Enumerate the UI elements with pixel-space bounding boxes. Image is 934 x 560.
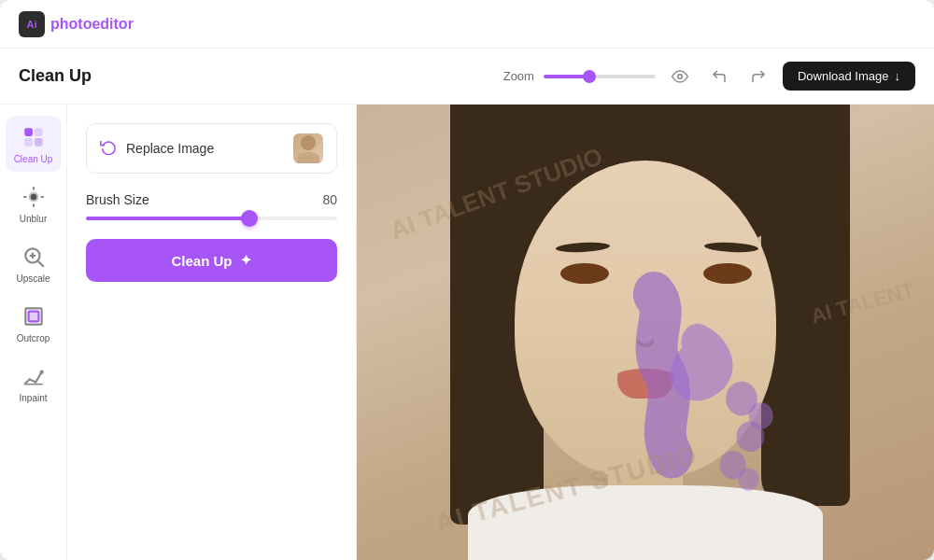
svg-rect-3 [24,138,33,147]
sidebar-item-outcrop[interactable]: Outcrop [6,295,62,351]
brush-header: Brush Size 80 [86,192,337,207]
image-thumbnail [293,133,323,163]
canvas-header-section: Zoom Download Im [308,62,915,91]
outcrop-icon [21,303,47,329]
brush-section: Brush Size 80 [86,192,337,220]
cleanup-button[interactable]: Clean Up ✦ [86,239,337,282]
brush-slider-track[interactable] [86,217,337,220]
cleanup-icon [21,124,47,150]
svg-point-0 [678,74,683,78]
eye-left [560,263,609,284]
canvas-area: AI TALENT STUDIO AI TALENT STUDIO AI TAL… [357,105,934,560]
header: Ai photoeditor [0,0,934,49]
replace-image-button[interactable]: Replace Image [86,123,337,174]
brush-size-value: 80 [322,192,337,207]
panel-header-section: Clean Up [19,66,308,86]
sidebar-item-cleanup[interactable]: Clean Up [6,116,62,172]
brush-slider-fill [86,217,249,220]
svg-rect-16 [28,311,38,321]
svg-point-17 [39,370,43,373]
replace-icon [100,138,117,159]
svg-point-6 [30,193,36,200]
redo-button[interactable] [743,62,773,91]
shoulders [468,485,823,560]
svg-rect-4 [35,138,43,147]
brush-size-label: Brush Size [86,192,149,207]
eye-right [703,263,752,284]
unblur-icon [21,184,47,210]
brush-slider-thumb[interactable] [241,210,258,227]
top-bar: Clean Up Zoom [0,49,934,105]
panel: Replace Image Brush Size 80 Clean Up [67,105,357,560]
sidebar-label-outcrop: Outcrop [17,333,50,343]
panel-content: Replace Image Brush Size 80 Clean Up [67,105,356,560]
sidebar-item-unblur[interactable]: Unblur [6,175,62,231]
replace-image-label: Replace Image [126,141,214,156]
inpaint-icon [21,363,47,389]
sidebar-label-unblur: Unblur [20,214,47,224]
face-image: AI TALENT STUDIO AI TALENT STUDIO AI TAL… [357,105,934,560]
zoom-slider[interactable] [544,75,656,78]
panel-title: Clean Up [19,66,92,85]
svg-rect-1 [24,128,33,136]
upscale-icon [21,244,47,270]
sidebar-item-upscale[interactable]: Upscale [6,235,62,291]
sidebar-label-upscale: Upscale [16,273,50,284]
eye-button[interactable] [665,62,695,91]
logo: Ai photoeditor [19,11,134,37]
zoom-label: Zoom [503,69,534,83]
logo-icon: Ai [19,11,45,37]
svg-rect-2 [35,128,43,136]
sidebar-item-inpaint[interactable]: Inpaint [6,355,62,411]
svg-line-12 [37,260,43,266]
undo-button[interactable] [704,62,734,91]
app-container: Ai photoeditor Clean Up Zoom [0,0,934,560]
main-layout: Clean Up Unblur [0,105,934,560]
sidebar-label-cleanup: Clean Up [14,154,53,164]
nose [632,310,658,347]
logo-text: photoeditor [50,16,134,33]
sidebar-label-inpaint: Inpaint [19,393,47,403]
sidebar: Clean Up Unblur [0,105,67,560]
download-button[interactable]: Download Image ↓ [783,62,915,91]
svg-point-21 [720,451,746,480]
